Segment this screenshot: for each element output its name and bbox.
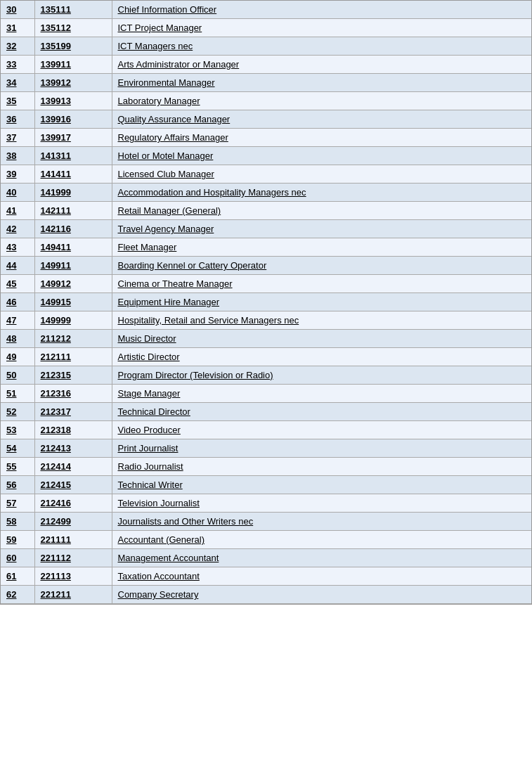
occupation-code: 139911 — [34, 56, 112, 74]
table-row: 32135199ICT Managers nec — [1, 37, 531, 56]
row-number: 51 — [1, 385, 34, 403]
occupation-code: 149915 — [34, 293, 112, 311]
row-number: 31 — [1, 19, 34, 37]
table-row: 57212416Television Journalist — [1, 494, 531, 513]
occupation-title: Environmental Manager — [112, 74, 531, 92]
occupation-code: 139916 — [34, 110, 112, 129]
occupation-title: Television Journalist — [112, 494, 531, 513]
row-number: 35 — [1, 92, 34, 110]
occupation-title: ICT Managers nec — [112, 37, 531, 56]
row-number: 30 — [1, 1, 34, 19]
row-number: 38 — [1, 147, 34, 165]
occupation-code: 221112 — [34, 549, 112, 567]
occupation-code: 141999 — [34, 184, 112, 202]
table-row: 46149915Equipment Hire Manager — [1, 293, 531, 311]
row-number: 62 — [1, 586, 34, 604]
row-number: 34 — [1, 74, 34, 92]
occupation-title: Equipment Hire Manager — [112, 293, 531, 311]
table-row: 42142116Travel Agency Manager — [1, 220, 531, 238]
occupation-code: 221211 — [34, 586, 112, 604]
table-row: 35139913Laboratory Manager — [1, 92, 531, 110]
occupation-table: 30135111Chief Information Officer3113511… — [0, 0, 532, 605]
occupation-title: Laboratory Manager — [112, 92, 531, 110]
table-row: 31135112ICT Project Manager — [1, 19, 531, 37]
row-number: 49 — [1, 348, 34, 366]
row-number: 43 — [1, 238, 34, 257]
row-number: 54 — [1, 439, 34, 458]
occupation-code: 221111 — [34, 531, 112, 549]
row-number: 41 — [1, 202, 34, 220]
row-number: 37 — [1, 129, 34, 147]
occupation-code: 212316 — [34, 385, 112, 403]
occupation-title: Hotel or Motel Manager — [112, 147, 531, 165]
occupation-code: 139917 — [34, 129, 112, 147]
occupation-title: Taxation Accountant — [112, 567, 531, 586]
table-row: 39141411Licensed Club Manager — [1, 165, 531, 184]
occupation-code: 135199 — [34, 37, 112, 56]
occupation-title: Cinema or Theatre Manager — [112, 275, 531, 293]
row-number: 32 — [1, 37, 34, 56]
occupation-code: 149999 — [34, 311, 112, 330]
row-number: 45 — [1, 275, 34, 293]
table-row: 36139916Quality Assurance Manager — [1, 110, 531, 129]
occupation-title: Music Director — [112, 330, 531, 348]
occupation-code: 141411 — [34, 165, 112, 184]
table-row: 53212318Video Producer — [1, 421, 531, 439]
table-row: 55212414Radio Journalist — [1, 458, 531, 476]
occupation-code: 142116 — [34, 220, 112, 238]
occupation-title: Travel Agency Manager — [112, 220, 531, 238]
table-row: 33139911Arts Administrator or Manager — [1, 56, 531, 74]
table-row: 43149411Fleet Manager — [1, 238, 531, 257]
row-number: 52 — [1, 403, 34, 421]
table-row: 30135111Chief Information Officer — [1, 1, 531, 19]
occupation-title: ICT Project Manager — [112, 19, 531, 37]
occupation-title: Accommodation and Hospitality Managers n… — [112, 184, 531, 202]
row-number: 58 — [1, 513, 34, 531]
occupation-title: Fleet Manager — [112, 238, 531, 257]
occupation-code: 221113 — [34, 567, 112, 586]
row-number: 44 — [1, 257, 34, 275]
table-row: 51212316Stage Manager — [1, 385, 531, 403]
occupation-code: 141311 — [34, 147, 112, 165]
occupation-title: Accountant (General) — [112, 531, 531, 549]
occupation-code: 142111 — [34, 202, 112, 220]
table-row: 44149911Boarding Kennel or Cattery Opera… — [1, 257, 531, 275]
table-row: 40141999Accommodation and Hospitality Ma… — [1, 184, 531, 202]
table-row: 48211212Music Director — [1, 330, 531, 348]
row-number: 40 — [1, 184, 34, 202]
table-row: 45149912Cinema or Theatre Manager — [1, 275, 531, 293]
occupation-code: 212413 — [34, 439, 112, 458]
occupation-code: 212416 — [34, 494, 112, 513]
table-row: 60221112Management Accountant — [1, 549, 531, 567]
table-row: 34139912Environmental Manager — [1, 74, 531, 92]
occupation-code: 212315 — [34, 366, 112, 385]
row-number: 60 — [1, 549, 34, 567]
occupation-code: 135111 — [34, 1, 112, 19]
table-row: 61221113Taxation Accountant — [1, 567, 531, 586]
row-number: 46 — [1, 293, 34, 311]
occupation-title: Program Director (Television or Radio) — [112, 366, 531, 385]
occupation-title: Technical Writer — [112, 476, 531, 494]
table-row: 58212499Journalists and Other Writers ne… — [1, 513, 531, 531]
occupation-title: Technical Director — [112, 403, 531, 421]
occupation-title: Journalists and Other Writers nec — [112, 513, 531, 531]
occupation-title: Regulatory Affairs Manager — [112, 129, 531, 147]
table-row: 50212315Program Director (Television or … — [1, 366, 531, 385]
occupation-code: 212317 — [34, 403, 112, 421]
row-number: 42 — [1, 220, 34, 238]
row-number: 61 — [1, 567, 34, 586]
occupation-title: Hospitality, Retail and Service Managers… — [112, 311, 531, 330]
occupation-code: 212414 — [34, 458, 112, 476]
occupation-title: Arts Administrator or Manager — [112, 56, 531, 74]
occupation-code: 139913 — [34, 92, 112, 110]
occupation-code: 212318 — [34, 421, 112, 439]
table-row: 38141311Hotel or Motel Manager — [1, 147, 531, 165]
occupation-title: Quality Assurance Manager — [112, 110, 531, 129]
table-row: 41142111Retail Manager (General) — [1, 202, 531, 220]
occupation-title: Video Producer — [112, 421, 531, 439]
row-number: 53 — [1, 421, 34, 439]
occupation-code: 212111 — [34, 348, 112, 366]
occupation-code: 149912 — [34, 275, 112, 293]
row-number: 39 — [1, 165, 34, 184]
occupation-title: Print Journalist — [112, 439, 531, 458]
